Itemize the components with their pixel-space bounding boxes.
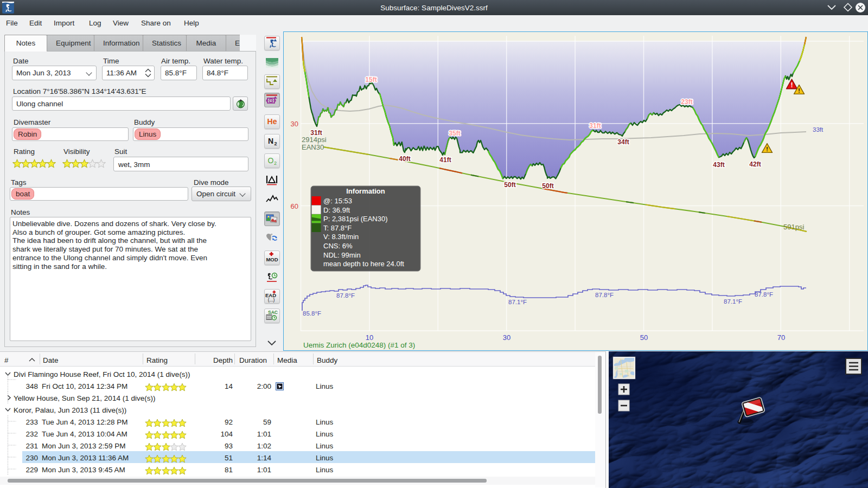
svg-text:CNS: 6%: CNS: 6% xyxy=(323,242,353,250)
svg-text:V: 8.3ft/min: V: 8.3ft/min xyxy=(323,233,359,241)
svg-text:D: 36.9ft: D: 36.9ft xyxy=(323,206,350,214)
svg-text:50ft: 50ft xyxy=(542,182,553,190)
svg-text:23ft: 23ft xyxy=(681,98,692,106)
svg-text:2: 2 xyxy=(274,160,277,166)
svg-text:2: 2 xyxy=(275,141,277,146)
svg-text:@: 15:53: @: 15:53 xyxy=(323,197,352,205)
svg-text:591psi: 591psi xyxy=(783,223,804,231)
svg-text:30: 30 xyxy=(291,120,298,128)
svg-text:2914psi: 2914psi xyxy=(302,136,327,144)
svg-text:40ft: 40ft xyxy=(399,155,410,163)
svg-text:T: 87.8°F: T: 87.8°F xyxy=(323,224,352,232)
svg-text:87.8°F: 87.8°F xyxy=(336,292,355,299)
svg-text:50: 50 xyxy=(640,333,648,342)
svg-text:10: 10 xyxy=(366,333,373,342)
svg-text:EAN30: EAN30 xyxy=(302,143,324,151)
svg-text:15ft: 15ft xyxy=(365,76,376,84)
svg-text:50ft: 50ft xyxy=(504,181,515,189)
svg-text:42ft: 42ft xyxy=(749,160,761,168)
svg-text:N: N xyxy=(268,137,273,145)
svg-text:31ft: 31ft xyxy=(589,122,601,130)
svg-text:70: 70 xyxy=(777,333,785,342)
svg-text:60: 60 xyxy=(291,202,298,210)
svg-text:34ft: 34ft xyxy=(617,138,629,146)
svg-text:!: ! xyxy=(766,145,768,153)
svg-text:(...): (...) xyxy=(268,297,275,303)
svg-text:41ft: 41ft xyxy=(439,156,451,164)
svg-text:87.8°F: 87.8°F xyxy=(595,292,614,298)
svg-text:SAC: SAC xyxy=(268,310,278,315)
svg-text:33ft: 33ft xyxy=(813,126,824,133)
svg-text:He: He xyxy=(267,117,277,126)
svg-text:87.1°F: 87.1°F xyxy=(508,299,527,305)
svg-text:!: ! xyxy=(790,81,793,89)
svg-text:O: O xyxy=(268,156,274,165)
svg-text:P: 2,381psi (EAN30): P: 2,381psi (EAN30) xyxy=(323,215,388,223)
svg-text:85.8°F: 85.8°F xyxy=(303,310,321,317)
svg-text:35ft: 35ft xyxy=(449,130,460,137)
svg-text:43ft: 43ft xyxy=(713,161,724,169)
svg-text:NDL: 99min: NDL: 99min xyxy=(323,251,361,259)
svg-text:mean depth to here 24.0ft: mean depth to here 24.0ft xyxy=(323,260,404,268)
svg-text:87.8°F: 87.8°F xyxy=(755,291,773,298)
svg-text:87.1°F: 87.1°F xyxy=(724,298,742,305)
svg-text:30: 30 xyxy=(503,333,510,342)
svg-text:MOD: MOD xyxy=(266,256,278,262)
svg-text:Uemis Zurich (e04d0248) (#1 of: Uemis Zurich (e04d0248) (#1 of 3) xyxy=(303,341,415,349)
svg-text:!: ! xyxy=(798,87,800,94)
svg-text:Information: Information xyxy=(346,187,385,195)
